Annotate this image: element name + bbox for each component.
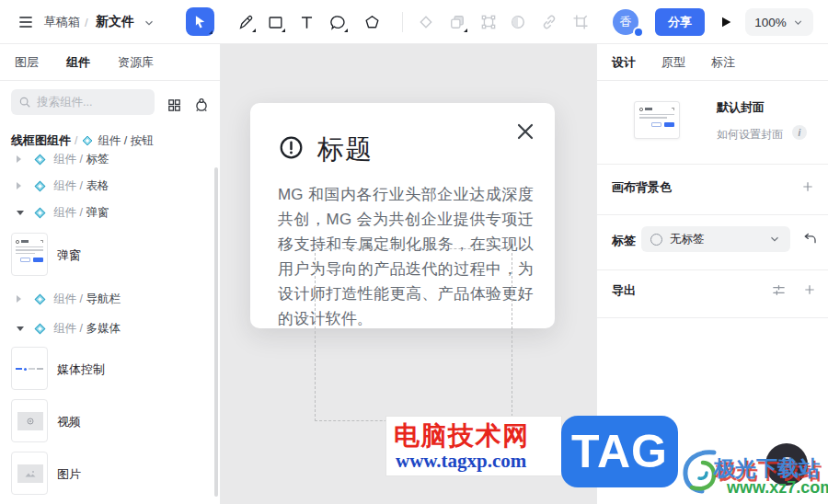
file-menu-chevron-icon[interactable] xyxy=(142,16,156,30)
breadcrumb-separator: / xyxy=(85,0,88,44)
info-icon[interactable]: i xyxy=(792,125,807,140)
component-card-dialog[interactable] xyxy=(11,233,48,276)
breadcrumb-separator: / xyxy=(75,134,77,147)
present-play-button[interactable] xyxy=(718,14,734,30)
avatar-status-dot xyxy=(633,27,644,38)
breadcrumb-root[interactable]: 线框图组件 xyxy=(11,132,71,149)
reset-tag-icon[interactable] xyxy=(801,231,818,247)
component-card-label[interactable]: 媒体控制 xyxy=(57,361,105,378)
component-card-media-control[interactable] xyxy=(11,347,48,390)
breadcrumb-folder[interactable]: 草稿箱 xyxy=(44,0,80,44)
video-thumbnail xyxy=(17,412,43,430)
component-card-label[interactable]: 视频 xyxy=(57,414,81,430)
link-icon[interactable] xyxy=(537,10,561,34)
grid-view-icon[interactable] xyxy=(166,97,182,113)
chevron-right-icon[interactable] xyxy=(17,155,21,163)
default-cover-thumbnail[interactable] xyxy=(634,101,680,139)
main-menu-icon[interactable] xyxy=(15,11,37,33)
toolbar-divider xyxy=(402,12,403,32)
pen-tool-button[interactable] xyxy=(234,10,258,34)
chevron-right-icon[interactable] xyxy=(17,295,21,303)
share-button[interactable]: 分享 xyxy=(655,8,705,36)
dialog-body-text: MG 和国内各行业头部企业达成深度共创，MG 会为共创企业提供专项迁移支持和专属… xyxy=(278,182,534,331)
mask-icon[interactable] xyxy=(506,10,530,34)
add-export-icon[interactable] xyxy=(801,281,818,298)
left-panel-tabs: 图层 组件 资源库 xyxy=(0,44,220,81)
divider xyxy=(597,317,828,318)
export-label: 导出 xyxy=(612,282,636,299)
text-tool-button[interactable] xyxy=(294,10,318,34)
chevron-down-icon[interactable] xyxy=(17,211,24,215)
breadcrumb-file-name[interactable]: 新文件 xyxy=(96,0,134,44)
tag-dropdown[interactable]: 无标签 xyxy=(641,226,790,252)
cover-hint-link[interactable]: 如何设置封面 xyxy=(717,127,783,143)
component-diamond-icon xyxy=(33,179,47,193)
tab-annotate[interactable]: 标注 xyxy=(711,54,735,71)
tab-components[interactable]: 组件 xyxy=(66,54,90,71)
tree-item-tags[interactable]: 组件 / 标签 xyxy=(0,150,220,168)
tree-item-label: 组件 / 多媒体 xyxy=(53,321,121,337)
component-search-box[interactable] xyxy=(11,89,155,115)
tree-item-table[interactable]: 组件 / 表格 xyxy=(0,177,220,195)
top-toolbar: 草稿箱 / 新文件 xyxy=(0,0,828,44)
app-window: 草稿箱 / 新文件 xyxy=(0,0,828,504)
breadcrumb-current[interactable]: 组件 / 按钮 xyxy=(98,133,153,149)
library-sync-icon[interactable] xyxy=(193,97,210,113)
watermark-tagxp: 电脑技术网 www.tagxp.com xyxy=(385,416,562,476)
zoom-level-value: 100% xyxy=(754,16,787,29)
add-canvas-background-icon[interactable] xyxy=(799,178,816,195)
move-tool-button[interactable] xyxy=(186,7,214,36)
tree-item-dialog[interactable]: 组件 / 弹窗 xyxy=(0,203,220,222)
crop-icon[interactable] xyxy=(569,10,592,34)
chevron-right-icon[interactable] xyxy=(17,182,21,189)
comment-tool-button[interactable] xyxy=(326,10,350,34)
tab-design[interactable]: 设计 xyxy=(612,54,636,71)
watermark-xz7-url: www.xz7.com xyxy=(727,478,828,498)
resources-tool-button[interactable] xyxy=(360,10,384,34)
watermark-tagxp-url: www.tagxp.com xyxy=(396,450,526,473)
component-diamond-icon xyxy=(33,206,47,220)
component-diamond-icon xyxy=(33,153,47,166)
watermark-tagxp-title: 电脑技术网 xyxy=(394,418,530,453)
component-card-image[interactable] xyxy=(11,452,48,495)
chevron-down-icon xyxy=(792,17,804,29)
tree-item-label: 组件 / 弹窗 xyxy=(53,205,109,221)
dialog-title: 标题 xyxy=(317,132,373,168)
search-input[interactable] xyxy=(37,96,138,109)
component-card-video[interactable] xyxy=(11,399,48,442)
divider xyxy=(597,269,828,270)
tree-item-multimedia[interactable]: 组件 / 多媒体 xyxy=(0,319,220,338)
create-component-icon[interactable] xyxy=(414,10,438,34)
tree-item-label: 组件 / 导航栏 xyxy=(53,292,121,307)
tag-value: 无标签 xyxy=(670,232,705,247)
zoom-level-dropdown[interactable]: 100% xyxy=(745,8,813,36)
close-icon[interactable] xyxy=(513,120,537,143)
tree-item-navbar[interactable]: 组件 / 导航栏 xyxy=(0,290,220,308)
component-card-label[interactable]: 弹窗 xyxy=(57,247,81,264)
avatar-initial: 香 xyxy=(620,14,632,30)
component-diamond-icon xyxy=(33,292,47,306)
share-button-label: 分享 xyxy=(668,14,692,30)
component-diamond-icon xyxy=(33,322,47,336)
cover-title: 默认封面 xyxy=(717,99,765,116)
cover-thumbnail-content xyxy=(639,108,674,132)
tab-layers[interactable]: 图层 xyxy=(15,54,39,71)
tree-item-label: 组件 / 标签 xyxy=(53,152,109,167)
dialog-component[interactable]: 标题 MG 和国内各行业头部企业达成深度共创，MG 会为共创企业提供专项迁移支持… xyxy=(250,103,555,328)
boolean-group-icon[interactable] xyxy=(445,10,469,34)
export-settings-icon[interactable] xyxy=(770,281,787,298)
watermark-tag-badge: TAG xyxy=(561,416,678,487)
tab-library[interactable]: 资源库 xyxy=(118,54,154,71)
left-panel-scrollbar[interactable] xyxy=(214,167,218,497)
tree-item-label: 组件 / 表格 xyxy=(53,178,109,194)
component-breadcrumb: 线框图组件 / 组件 / 按钮 xyxy=(11,132,154,149)
left-panel: 图层 组件 资源库 线框图组件 / 组件 / 按钮 组件 / 标签 xyxy=(0,44,221,504)
tab-prototype[interactable]: 原型 xyxy=(661,54,685,71)
media-control-thumbnail xyxy=(16,366,43,372)
frame-selection-icon[interactable] xyxy=(477,10,500,34)
warning-icon xyxy=(279,135,304,160)
component-card-label[interactable]: 图片 xyxy=(57,466,81,483)
chevron-down-icon[interactable] xyxy=(17,326,24,331)
shape-tool-button[interactable] xyxy=(263,10,287,34)
tag-label: 标签 xyxy=(612,233,636,249)
